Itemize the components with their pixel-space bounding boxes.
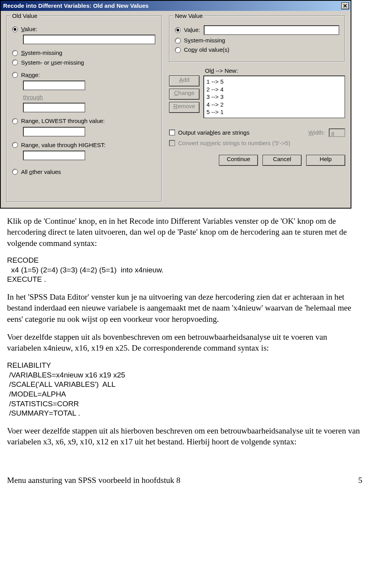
radio-selected-icon xyxy=(175,27,181,33)
mapping-area: Add Change Remove Old --> New: 1 --> 5 2… xyxy=(169,67,345,118)
old-range-highest-label: Range, value through HIGHEST: xyxy=(21,141,106,149)
footer-page-number: 5 xyxy=(358,475,363,486)
code-block-1: RECODE x4 (1=5) (2=4) (3=3) (4=2) (5=1) … xyxy=(7,256,362,284)
old-all-other-row[interactable]: All other values xyxy=(12,168,156,176)
old-system-user-missing-row[interactable]: System- or user-missing xyxy=(12,59,156,67)
titlebar: Recode into Different Variables: Old and… xyxy=(1,1,351,11)
code-line: /STATISTICS=CORR xyxy=(7,399,362,409)
old-range-row[interactable]: Range: xyxy=(12,71,156,79)
old-range-lowest-label: Range, LOWEST through value: xyxy=(21,117,105,125)
list-item[interactable]: 5 --> 1 xyxy=(206,108,342,116)
new-copy-old-row[interactable]: Copy old value(s) xyxy=(175,46,339,54)
checkbox-icon xyxy=(169,140,175,146)
width-input: 8 xyxy=(329,128,345,137)
list-item[interactable]: 3 --> 3 xyxy=(206,93,342,101)
old-system-missing-row[interactable]: System-missing xyxy=(12,49,156,57)
old-new-header: Old --> New: xyxy=(203,67,345,75)
mapping-buttons: Add Change Remove xyxy=(169,67,199,118)
radio-icon xyxy=(12,118,18,124)
recode-dialog: Recode into Different Variables: Old and… xyxy=(0,0,351,209)
help-button[interactable]: Help xyxy=(306,155,345,166)
old-value-group: Old Value Value: System-missing System- … xyxy=(6,16,162,202)
old-value-label: Value: xyxy=(21,25,37,33)
range-to-input[interactable] xyxy=(23,103,85,112)
old-system-missing-label: System-missing xyxy=(21,49,62,57)
new-system-missing-label: System-missing xyxy=(184,37,225,44)
new-value-input[interactable] xyxy=(204,25,339,35)
code-line: RECODE xyxy=(7,256,362,265)
paragraph: In het 'SPSS Data Editor' venster kun je… xyxy=(7,291,362,325)
range-lowest-input[interactable] xyxy=(23,127,85,137)
paragraph: Voer dezelfde stappen uit als bovenbesch… xyxy=(7,332,362,354)
options-area: Output variables are strings Width: 8 Co… xyxy=(169,126,345,149)
old-value-legend: Old Value xyxy=(11,12,39,20)
old-value-column: Old Value Value: System-missing System- … xyxy=(6,16,162,202)
mappings-listbox[interactable]: 1 --> 5 2 --> 4 3 --> 3 4 --> 2 5 --> 1 xyxy=(203,75,345,118)
through-label: through xyxy=(23,93,156,101)
old-all-other-label: All other values xyxy=(21,168,61,176)
new-system-missing-row[interactable]: System-missing xyxy=(175,37,339,44)
old-value-input[interactable] xyxy=(23,35,155,44)
document-body: Klik op de 'Continue' knop, en in het Re… xyxy=(0,209,374,497)
radio-icon xyxy=(12,142,18,148)
range-from-input[interactable] xyxy=(23,81,85,90)
output-strings-label: Output variables are strings xyxy=(178,129,249,137)
close-icon: ✕ xyxy=(343,2,348,10)
old-range-label: Range: xyxy=(21,71,40,79)
change-button[interactable]: Change xyxy=(169,89,199,100)
range-highest-input[interactable] xyxy=(23,151,85,160)
convert-row: Convert numeric strings to numbers ('5'-… xyxy=(169,139,345,147)
code-line: EXECUTE . xyxy=(7,275,362,284)
code-line: RELIABILITY xyxy=(7,361,362,370)
code-line: /MODEL=ALPHA xyxy=(7,390,362,399)
radio-icon xyxy=(12,169,18,175)
radio-icon xyxy=(12,72,18,78)
footer-left: Menu aansturing van SPSS voorbeeld in ho… xyxy=(7,475,180,486)
old-system-user-missing-label: System- or user-missing xyxy=(21,59,84,67)
dialog-body: Old Value Value: System-missing System- … xyxy=(1,11,351,208)
add-button[interactable]: Add xyxy=(169,75,199,86)
old-value-radio-row[interactable]: Value: xyxy=(12,25,156,33)
radio-icon xyxy=(12,50,18,56)
paragraph: Klik op de 'Continue' knop, en in het Re… xyxy=(7,216,362,249)
radio-selected-icon xyxy=(12,26,18,32)
list-item[interactable]: 2 --> 4 xyxy=(206,86,342,93)
new-value-group: New Value Value: System-missing Copy old… xyxy=(169,16,345,62)
cancel-button[interactable]: Cancel xyxy=(263,155,302,166)
new-value-radio-row[interactable]: Value: xyxy=(175,25,339,35)
list-item[interactable]: 1 --> 5 xyxy=(206,78,342,86)
dialog-title: Recode into Different Variables: Old and… xyxy=(3,2,148,10)
code-block-2: RELIABILITY /VARIABLES=x4nieuw x16 x19 x… xyxy=(7,361,362,418)
checkbox-icon xyxy=(169,130,175,135)
width-block: Width: 8 xyxy=(308,128,345,137)
code-line: x4 (1=5) (2=4) (3=3) (4=2) (5=1) into x4… xyxy=(7,265,362,275)
new-value-label: Value: xyxy=(184,26,200,34)
output-strings-row[interactable]: Output variables are strings Width: 8 xyxy=(169,128,345,137)
continue-button[interactable]: Continue xyxy=(219,155,258,166)
new-value-legend: New Value xyxy=(173,12,204,20)
paragraph: Voer weer dezelfde stappen uit als hierb… xyxy=(7,425,362,448)
new-copy-old-label: Copy old value(s) xyxy=(184,46,229,54)
old-range-lowest-row[interactable]: Range, LOWEST through value: xyxy=(12,117,156,125)
close-button[interactable]: ✕ xyxy=(341,2,349,9)
convert-label: Convert numeric strings to numbers ('5'-… xyxy=(178,139,290,147)
new-value-column: New Value Value: System-missing Copy old… xyxy=(169,16,345,202)
code-line: /SCALE('ALL VARIABLES') ALL xyxy=(7,380,362,390)
dialog-buttons: Continue Cancel Help xyxy=(169,155,345,166)
remove-button[interactable]: Remove xyxy=(169,102,199,113)
list-item[interactable]: 4 --> 2 xyxy=(206,101,342,109)
old-range-highest-row[interactable]: Range, value through HIGHEST: xyxy=(12,141,156,149)
radio-icon xyxy=(175,47,181,53)
radio-icon xyxy=(175,38,181,44)
page-footer: Menu aansturing van SPSS voorbeeld in ho… xyxy=(7,475,362,486)
code-line: /VARIABLES=x4nieuw x16 x19 x25 xyxy=(7,370,362,380)
code-line: /SUMMARY=TOTAL . xyxy=(7,409,362,418)
radio-icon xyxy=(12,60,18,65)
width-label: Width: xyxy=(308,129,325,137)
